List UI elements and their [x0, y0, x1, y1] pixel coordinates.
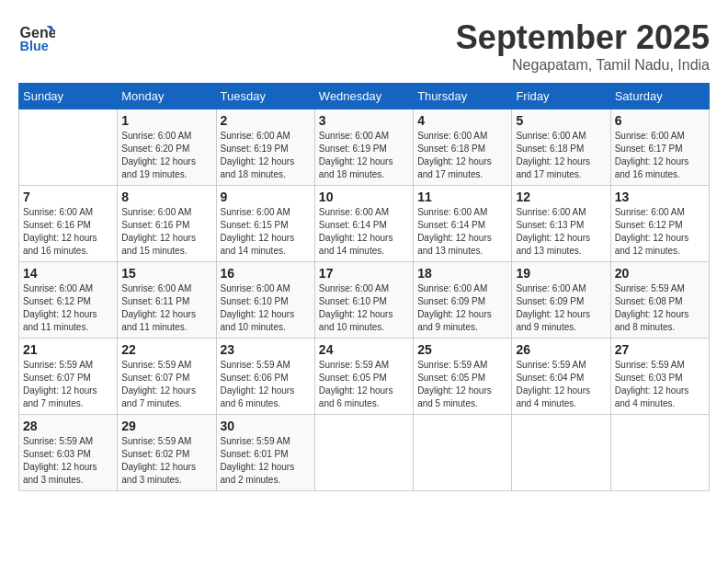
- calendar-week-2: 7Sunrise: 6:00 AM Sunset: 6:16 PM Daylig…: [19, 186, 710, 262]
- calendar-cell: 26Sunrise: 5:59 AM Sunset: 6:04 PM Dayli…: [512, 339, 610, 415]
- day-number: 5: [516, 113, 606, 128]
- day-info: Sunrise: 5:59 AM Sunset: 6:06 PM Dayligh…: [221, 359, 311, 410]
- logo: General Blue: [18, 18, 59, 55]
- day-info: Sunrise: 6:00 AM Sunset: 6:16 PM Dayligh…: [23, 206, 113, 258]
- day-number: 4: [417, 113, 507, 128]
- day-info: Sunrise: 5:59 AM Sunset: 6:02 PM Dayligh…: [121, 435, 211, 487]
- calendar-cell: 8Sunrise: 6:00 AM Sunset: 6:16 PM Daylig…: [118, 186, 216, 262]
- calendar-cell: 10Sunrise: 6:00 AM Sunset: 6:14 PM Dayli…: [314, 186, 413, 262]
- day-number: 6: [615, 113, 705, 128]
- calendar-week-4: 21Sunrise: 5:59 AM Sunset: 6:07 PM Dayli…: [19, 339, 710, 415]
- calendar-cell: 30Sunrise: 5:59 AM Sunset: 6:01 PM Dayli…: [216, 415, 314, 491]
- calendar-cell: 22Sunrise: 5:59 AM Sunset: 6:07 PM Dayli…: [118, 339, 216, 415]
- calendar-cell: 24Sunrise: 5:59 AM Sunset: 6:05 PM Dayli…: [314, 339, 413, 415]
- calendar-table: SundayMondayTuesdayWednesdayThursdayFrid…: [18, 83, 710, 491]
- day-number: 15: [121, 266, 211, 281]
- day-info: Sunrise: 6:00 AM Sunset: 6:15 PM Dayligh…: [221, 206, 311, 258]
- calendar-cell: 23Sunrise: 5:59 AM Sunset: 6:06 PM Dayli…: [216, 339, 314, 415]
- day-info: Sunrise: 6:00 AM Sunset: 6:10 PM Dayligh…: [319, 282, 409, 334]
- title-block: September 2025 Negapatam, Tamil Nadu, In…: [456, 18, 710, 74]
- logo-icon: General Blue: [18, 18, 55, 55]
- location: Negapatam, Tamil Nadu, India: [456, 57, 710, 74]
- day-info: Sunrise: 6:00 AM Sunset: 6:09 PM Dayligh…: [516, 282, 606, 334]
- day-info: Sunrise: 6:00 AM Sunset: 6:14 PM Dayligh…: [417, 206, 507, 258]
- calendar-cell: 7Sunrise: 6:00 AM Sunset: 6:16 PM Daylig…: [19, 186, 118, 262]
- day-number: 28: [23, 419, 113, 433]
- day-header-friday: Friday: [512, 84, 610, 109]
- calendar-cell: [19, 109, 118, 186]
- day-info: Sunrise: 5:59 AM Sunset: 6:08 PM Dayligh…: [615, 282, 705, 334]
- day-info: Sunrise: 6:00 AM Sunset: 6:19 PM Dayligh…: [221, 130, 311, 181]
- day-number: 17: [319, 266, 409, 281]
- calendar-cell: 15Sunrise: 6:00 AM Sunset: 6:11 PM Dayli…: [118, 262, 216, 339]
- day-info: Sunrise: 6:00 AM Sunset: 6:20 PM Dayligh…: [121, 130, 211, 181]
- day-number: 12: [516, 190, 606, 204]
- calendar-cell: 19Sunrise: 6:00 AM Sunset: 6:09 PM Dayli…: [512, 262, 610, 339]
- day-number: 16: [221, 266, 311, 281]
- day-info: Sunrise: 6:00 AM Sunset: 6:13 PM Dayligh…: [516, 206, 606, 258]
- calendar-cell: 16Sunrise: 6:00 AM Sunset: 6:10 PM Dayli…: [216, 262, 314, 339]
- calendar-cell: 12Sunrise: 6:00 AM Sunset: 6:13 PM Dayli…: [512, 186, 610, 262]
- calendar-cell: 13Sunrise: 6:00 AM Sunset: 6:12 PM Dayli…: [610, 186, 709, 262]
- day-info: Sunrise: 5:59 AM Sunset: 6:04 PM Dayligh…: [516, 359, 606, 410]
- calendar-week-5: 28Sunrise: 5:59 AM Sunset: 6:03 PM Dayli…: [19, 415, 710, 491]
- day-header-tuesday: Tuesday: [216, 84, 314, 109]
- page-header: General Blue September 2025 Negapatam, T…: [18, 18, 710, 74]
- day-number: 9: [221, 190, 311, 204]
- day-info: Sunrise: 6:00 AM Sunset: 6:14 PM Dayligh…: [319, 206, 409, 258]
- calendar-body: 1Sunrise: 6:00 AM Sunset: 6:20 PM Daylig…: [19, 109, 710, 491]
- day-info: Sunrise: 6:00 AM Sunset: 6:19 PM Dayligh…: [319, 130, 409, 181]
- calendar-cell: 14Sunrise: 6:00 AM Sunset: 6:12 PM Dayli…: [19, 262, 118, 339]
- day-number: 22: [121, 342, 211, 357]
- day-number: 20: [615, 266, 705, 281]
- day-info: Sunrise: 5:59 AM Sunset: 6:07 PM Dayligh…: [23, 359, 113, 410]
- day-number: 30: [221, 419, 311, 433]
- calendar-cell: 25Sunrise: 5:59 AM Sunset: 6:05 PM Dayli…: [414, 339, 512, 415]
- calendar-cell: [512, 415, 610, 491]
- calendar-cell: 6Sunrise: 6:00 AM Sunset: 6:17 PM Daylig…: [610, 109, 709, 186]
- day-number: 7: [23, 190, 113, 204]
- calendar-cell: 9Sunrise: 6:00 AM Sunset: 6:15 PM Daylig…: [216, 186, 314, 262]
- calendar-cell: 3Sunrise: 6:00 AM Sunset: 6:19 PM Daylig…: [314, 109, 413, 186]
- day-info: Sunrise: 6:00 AM Sunset: 6:10 PM Dayligh…: [221, 282, 311, 334]
- day-number: 10: [319, 190, 409, 204]
- day-number: 21: [23, 342, 113, 357]
- day-info: Sunrise: 6:00 AM Sunset: 6:12 PM Dayligh…: [615, 206, 705, 258]
- day-info: Sunrise: 6:00 AM Sunset: 6:12 PM Dayligh…: [23, 282, 113, 334]
- day-header-wednesday: Wednesday: [314, 84, 413, 109]
- calendar-cell: [314, 415, 413, 491]
- calendar-week-1: 1Sunrise: 6:00 AM Sunset: 6:20 PM Daylig…: [19, 109, 710, 186]
- calendar-cell: 11Sunrise: 6:00 AM Sunset: 6:14 PM Dayli…: [414, 186, 512, 262]
- day-number: 8: [121, 190, 211, 204]
- day-number: 18: [417, 266, 507, 281]
- day-info: Sunrise: 6:00 AM Sunset: 6:18 PM Dayligh…: [516, 130, 606, 181]
- calendar-cell: [610, 415, 709, 491]
- day-number: 2: [221, 113, 311, 128]
- day-info: Sunrise: 5:59 AM Sunset: 6:03 PM Dayligh…: [23, 435, 113, 487]
- day-number: 3: [319, 113, 409, 128]
- day-number: 29: [121, 419, 211, 433]
- day-header-thursday: Thursday: [414, 84, 512, 109]
- calendar-week-3: 14Sunrise: 6:00 AM Sunset: 6:12 PM Dayli…: [19, 262, 710, 339]
- calendar-cell: 21Sunrise: 5:59 AM Sunset: 6:07 PM Dayli…: [19, 339, 118, 415]
- calendar-cell: [414, 415, 512, 491]
- day-info: Sunrise: 6:00 AM Sunset: 6:18 PM Dayligh…: [417, 130, 507, 181]
- day-number: 13: [615, 190, 705, 204]
- day-number: 26: [516, 342, 606, 357]
- calendar-cell: 17Sunrise: 6:00 AM Sunset: 6:10 PM Dayli…: [314, 262, 413, 339]
- day-number: 19: [516, 266, 606, 281]
- svg-text:Blue: Blue: [20, 39, 49, 53]
- day-number: 27: [615, 342, 705, 357]
- day-info: Sunrise: 5:59 AM Sunset: 6:07 PM Dayligh…: [121, 359, 211, 410]
- day-info: Sunrise: 6:00 AM Sunset: 6:09 PM Dayligh…: [417, 282, 507, 334]
- calendar-cell: 27Sunrise: 5:59 AM Sunset: 6:03 PM Dayli…: [610, 339, 709, 415]
- calendar-cell: 29Sunrise: 5:59 AM Sunset: 6:02 PM Dayli…: [118, 415, 216, 491]
- calendar-cell: 18Sunrise: 6:00 AM Sunset: 6:09 PM Dayli…: [414, 262, 512, 339]
- day-info: Sunrise: 5:59 AM Sunset: 6:03 PM Dayligh…: [615, 359, 705, 410]
- calendar-cell: 20Sunrise: 5:59 AM Sunset: 6:08 PM Dayli…: [610, 262, 709, 339]
- day-number: 11: [417, 190, 507, 204]
- calendar-cell: 4Sunrise: 6:00 AM Sunset: 6:18 PM Daylig…: [414, 109, 512, 186]
- day-header-saturday: Saturday: [610, 84, 709, 109]
- day-info: Sunrise: 5:59 AM Sunset: 6:05 PM Dayligh…: [417, 359, 507, 410]
- day-info: Sunrise: 6:00 AM Sunset: 6:16 PM Dayligh…: [121, 206, 211, 258]
